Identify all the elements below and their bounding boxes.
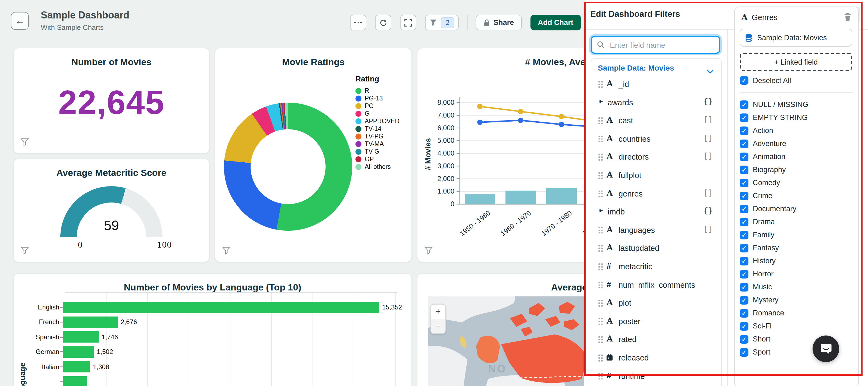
checkbox-Action[interactable]: ✓ bbox=[740, 127, 748, 135]
data-source-header[interactable]: Sample Data: Movies bbox=[598, 64, 674, 72]
drag-handle-icon[interactable] bbox=[598, 245, 600, 246]
chart-card-metacritic-gauge[interactable]: Average Metacritic Score 59 0 100 bbox=[13, 159, 210, 262]
field-row-lastupdated[interactable]: Alastupdated bbox=[591, 242, 721, 254]
more-options-button[interactable] bbox=[350, 15, 366, 30]
checkbox-Comedy[interactable]: ✓ bbox=[740, 179, 748, 187]
add-linked-field-button[interactable]: + Linked field bbox=[740, 52, 852, 71]
field-row-cast[interactable]: Acast[] bbox=[591, 114, 721, 127]
bar bbox=[63, 346, 94, 357]
map-zoom-control: + − bbox=[431, 304, 446, 334]
zoom-out-button[interactable]: − bbox=[431, 319, 445, 334]
zoom-in-button[interactable]: + bbox=[431, 305, 445, 319]
drag-handle-icon[interactable] bbox=[598, 154, 600, 155]
field-name: cast bbox=[619, 116, 633, 125]
expand-arrow-icon[interactable]: ▶ bbox=[599, 208, 603, 213]
field-name: countries bbox=[619, 135, 651, 143]
database-icon bbox=[745, 33, 753, 42]
field-row-genres[interactable]: Agenres[] bbox=[591, 187, 721, 200]
genre-option-Crime: ✓Crime bbox=[735, 191, 858, 202]
genre-option-Sci-Fi: ✓Sci-Fi bbox=[735, 322, 858, 332]
checkbox-Crime[interactable]: ✓ bbox=[740, 191, 748, 200]
checkbox-Short[interactable]: ✓ bbox=[740, 335, 748, 344]
trash-icon[interactable] bbox=[843, 12, 852, 21]
checkbox-Mystery[interactable]: ✓ bbox=[740, 296, 748, 305]
checkbox-Sci-Fi[interactable]: ✓ bbox=[740, 322, 748, 330]
filter-count-badge: 2 bbox=[441, 17, 454, 28]
drag-handle-icon[interactable] bbox=[598, 136, 600, 137]
back-button[interactable]: ← bbox=[11, 12, 29, 30]
field-row-imdb[interactable]: ▶imdb{} bbox=[591, 206, 721, 218]
refresh-button[interactable] bbox=[375, 15, 391, 30]
share-button[interactable]: Share bbox=[475, 15, 522, 30]
svg-text:5,000: 5,000 bbox=[437, 137, 454, 144]
field-row-_id[interactable]: A_id bbox=[591, 78, 721, 90]
chart-card-movie-ratings[interactable]: Movie Ratings Rating RPG-13PGGAPPROVEDTV… bbox=[215, 48, 412, 262]
genre-option-Short: ✓Short bbox=[735, 335, 858, 345]
field-row-languages[interactable]: Alanguages[] bbox=[591, 224, 721, 236]
genre-option-Adventure: ✓Adventure bbox=[735, 140, 858, 149]
field-row-num_mflix_comments[interactable]: #num_mflix_comments bbox=[591, 279, 721, 291]
dashboard-filters-button[interactable]: 2 bbox=[425, 15, 459, 30]
field-row-awards[interactable]: ▶awards{} bbox=[591, 96, 721, 108]
checkbox-NULL / MISSING[interactable]: ✓ bbox=[740, 100, 748, 109]
fullscreen-button[interactable] bbox=[400, 15, 416, 30]
legend-item-TV-PG: TV-PG bbox=[355, 133, 400, 140]
checkbox-EMPTY STRING[interactable]: ✓ bbox=[740, 113, 748, 122]
checkbox-Horror[interactable]: ✓ bbox=[740, 270, 748, 279]
drag-handle-icon[interactable] bbox=[598, 172, 600, 173]
checkbox-Documentary[interactable]: ✓ bbox=[740, 205, 748, 213]
field-row-countries[interactable]: Acountries[] bbox=[591, 133, 721, 145]
drag-handle-icon[interactable] bbox=[598, 318, 600, 319]
field-row-rated[interactable]: Arated bbox=[591, 334, 721, 346]
drag-handle-icon[interactable] bbox=[598, 281, 600, 283]
card-filter-icon[interactable] bbox=[222, 246, 230, 255]
checkbox-History[interactable]: ✓ bbox=[740, 257, 748, 266]
svg-text:0: 0 bbox=[451, 200, 454, 208]
card-filter-icon[interactable] bbox=[425, 246, 433, 255]
genre-option-label: Crime bbox=[753, 191, 772, 200]
drag-handle-icon[interactable] bbox=[598, 354, 600, 356]
checkbox-Sport[interactable]: ✓ bbox=[740, 348, 748, 357]
card-filter-icon[interactable] bbox=[21, 138, 29, 147]
checkbox-Fantasy[interactable]: ✓ bbox=[740, 244, 748, 252]
field-name: num_mflix_comments bbox=[619, 280, 695, 289]
toolbar: 2 Share Add Chart bbox=[350, 15, 581, 30]
drag-handle-icon[interactable] bbox=[598, 190, 600, 191]
chevron-down-icon[interactable] bbox=[707, 66, 714, 76]
checkbox-Animation[interactable]: ✓ bbox=[740, 152, 748, 161]
drag-handle-icon[interactable] bbox=[598, 81, 600, 82]
card-filter-icon[interactable] bbox=[21, 246, 29, 255]
field-name: poster bbox=[619, 317, 641, 326]
chat-launcher-button[interactable] bbox=[812, 336, 839, 362]
field-row-plot[interactable]: Aplot bbox=[591, 297, 721, 309]
add-chart-button[interactable]: Add Chart bbox=[530, 15, 581, 30]
checkbox-Biography[interactable]: ✓ bbox=[740, 166, 748, 174]
expand-arrow-icon[interactable]: ▶ bbox=[599, 99, 603, 103]
field-row-released[interactable]: released bbox=[591, 352, 721, 364]
drag-handle-icon[interactable] bbox=[598, 263, 600, 265]
checkbox-Adventure[interactable]: ✓ bbox=[740, 140, 748, 148]
field-row-runtime[interactable]: #runtime bbox=[591, 370, 721, 382]
field-row-fullplot[interactable]: Afullplot bbox=[591, 169, 721, 181]
drag-handle-icon[interactable] bbox=[598, 336, 600, 338]
chart-card-number-of-movies[interactable]: Number of Movies 22,645 bbox=[13, 48, 210, 154]
field-row-metacritic[interactable]: #metacritic bbox=[591, 260, 721, 273]
drag-handle-icon[interactable] bbox=[598, 373, 600, 374]
field-row-directors[interactable]: Adirectors[] bbox=[591, 151, 721, 163]
search-input[interactable] bbox=[610, 40, 719, 49]
checkbox-Family[interactable]: ✓ bbox=[740, 231, 748, 239]
genre-option-label: Family bbox=[753, 231, 775, 239]
drag-handle-icon[interactable] bbox=[598, 117, 600, 118]
deselect-all-checkbox[interactable]: ✓ bbox=[740, 76, 748, 85]
dashboard-subtitle: With Sample Charts bbox=[41, 23, 103, 32]
checkbox-Music[interactable]: ✓ bbox=[740, 283, 748, 291]
drag-handle-icon[interactable] bbox=[598, 300, 600, 301]
field-row-poster[interactable]: Aposter bbox=[591, 315, 721, 327]
checkbox-Romance[interactable]: ✓ bbox=[740, 309, 748, 318]
filter-source-label: Sample Data: Movies bbox=[757, 34, 827, 42]
field-name: released bbox=[619, 353, 649, 362]
field-name: lastupdated bbox=[619, 244, 659, 253]
chart-card-movies-by-language[interactable]: Number of Movies by Language (Top 10) En… bbox=[13, 273, 412, 386]
drag-handle-icon[interactable] bbox=[598, 227, 600, 228]
checkbox-Drama[interactable]: ✓ bbox=[740, 218, 748, 226]
